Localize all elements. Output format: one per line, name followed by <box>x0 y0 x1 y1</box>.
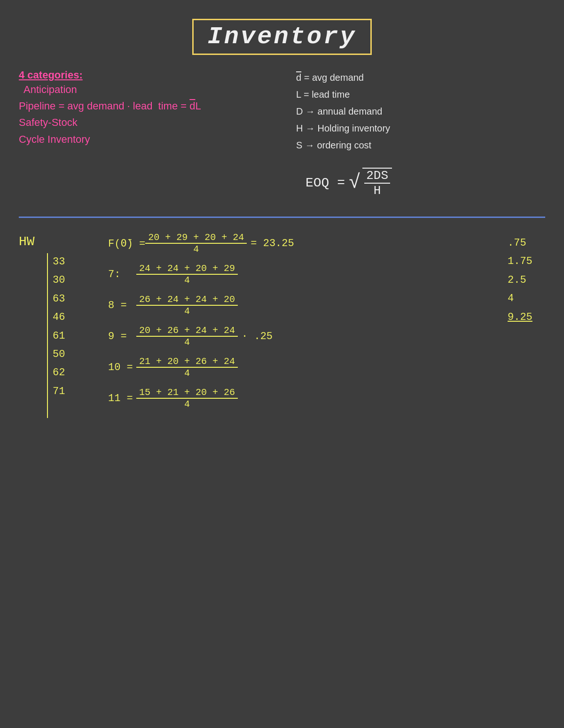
fraction-10: 21 + 20 + 26 + 24 4 <box>136 356 238 379</box>
list-item: 30 <box>53 271 94 289</box>
formula-label: 7: <box>108 269 136 280</box>
fraction-11: 15 + 21 + 20 + 26 4 <box>136 387 238 410</box>
categories-section: 4 categories: Anticipation Pipeline = av… <box>19 69 268 202</box>
hw-label: HW <box>19 232 47 418</box>
frac-denominator: 4 <box>181 275 193 286</box>
formula-result: = 23.25 <box>251 238 294 249</box>
hw-decimals: .75 1.75 2.5 4 9.25 <box>508 232 545 418</box>
list-item: 62 <box>53 364 94 381</box>
category-pipeline: Pipeline = avg demand · lead time = dL <box>19 98 268 114</box>
formula-label: 9 = <box>108 331 136 342</box>
formula-11: 11 = 15 + 21 + 20 + 26 4 <box>108 387 508 410</box>
list-item: 46 <box>53 309 94 326</box>
list-item: 71 <box>53 383 94 400</box>
top-section: 4 categories: Anticipation Pipeline = av… <box>19 69 545 202</box>
eoq-formula-section: EOQ = √ 2DS H <box>296 168 545 198</box>
title-section: Inventory <box>19 19 545 55</box>
frac-numerator: 24 + 24 + 20 + 29 <box>136 263 238 275</box>
decimal-5: 9.25 <box>508 309 545 326</box>
formula-label: 11 = <box>108 393 136 404</box>
formula-label: 10 = <box>108 362 136 373</box>
frac-numerator: 21 + 20 + 26 + 24 <box>136 356 238 368</box>
formula-f0: F(0̄) = 20 + 29 + 20 + 24 4 = 23.25 <box>108 232 508 255</box>
frac-numerator: 20 + 26 + 24 + 24 <box>136 325 238 337</box>
decimal-3: 2.5 <box>508 271 545 289</box>
sqrt-icon: √ <box>349 173 360 193</box>
category-anticipation: Anticipation <box>24 81 268 98</box>
frac-denominator: 4 <box>181 306 193 317</box>
list-item: 61 <box>53 327 94 345</box>
formula-label: F(0̄) = <box>108 237 145 250</box>
section-divider <box>19 217 545 218</box>
list-item: 33 <box>53 253 94 271</box>
fraction-9: 20 + 26 + 24 + 24 4 <box>136 325 238 348</box>
frac-denominator: 4 <box>190 244 202 255</box>
frac-denominator: 4 <box>181 399 193 410</box>
eoq-numerator: 2DS <box>364 169 390 184</box>
def-d: d = avg demand <box>296 69 545 86</box>
frac-denominator: 4 <box>181 337 193 348</box>
category-safety: Safety-Stock <box>19 114 268 131</box>
def-D: D → annual demand <box>296 103 545 120</box>
eoq-fraction: 2DS H <box>364 169 390 198</box>
formula-8: 8 = 26 + 24 + 24 + 20 4 <box>108 294 508 317</box>
decimal-1: .75 <box>508 234 545 252</box>
eoq-denominator: H <box>372 184 383 198</box>
hw-formulas: F(0̄) = 20 + 29 + 20 + 24 4 = 23.25 7: 2… <box>94 232 508 418</box>
frac-numerator: 26 + 24 + 24 + 20 <box>136 294 238 306</box>
hw-numbers-list: 33 30 63 46 61 50 62 71 <box>47 253 94 418</box>
hw-section: HW 33 30 63 46 61 50 62 71 F(0̄) = 20 + … <box>19 232 545 418</box>
categories-heading: 4 categories: <box>19 69 268 81</box>
fraction-f0: 20 + 29 + 20 + 24 4 <box>145 232 247 255</box>
frac-numerator: 20 + 29 + 20 + 24 <box>145 232 247 244</box>
formula-10: 10 = 21 + 20 + 26 + 24 4 <box>108 356 508 379</box>
def-H: H → Holding inventory <box>296 120 545 137</box>
def-S: S → ordering cost <box>296 137 545 154</box>
page-title: Inventory <box>192 19 372 55</box>
list-item: 63 <box>53 290 94 308</box>
frac-denominator: 4 <box>181 368 193 379</box>
decimal-2: 1.75 <box>508 253 545 270</box>
category-cycle: Cycle Inventory <box>19 131 268 147</box>
eoq-formula: EOQ = √ 2DS H <box>306 168 392 198</box>
frac-numerator: 15 + 21 + 20 + 26 <box>136 387 238 399</box>
formula-label: 8 = <box>108 300 136 311</box>
fraction-8: 26 + 24 + 24 + 20 4 <box>136 294 238 317</box>
def-l: L = lead time <box>296 86 545 103</box>
decimal-4: 4 <box>508 290 545 307</box>
fraction-7: 24 + 24 + 20 + 29 4 <box>136 263 238 286</box>
list-item: 50 <box>53 346 94 363</box>
definitions-section: d = avg demand L = lead time D → annual … <box>268 69 545 202</box>
formula-9: 9 = 20 + 26 + 24 + 24 4 · .25 <box>108 325 508 348</box>
eoq-label: EOQ = <box>306 176 345 190</box>
formula-7: 7: 24 + 24 + 20 + 29 4 <box>108 263 508 286</box>
formula-extra: · .25 <box>242 331 273 342</box>
